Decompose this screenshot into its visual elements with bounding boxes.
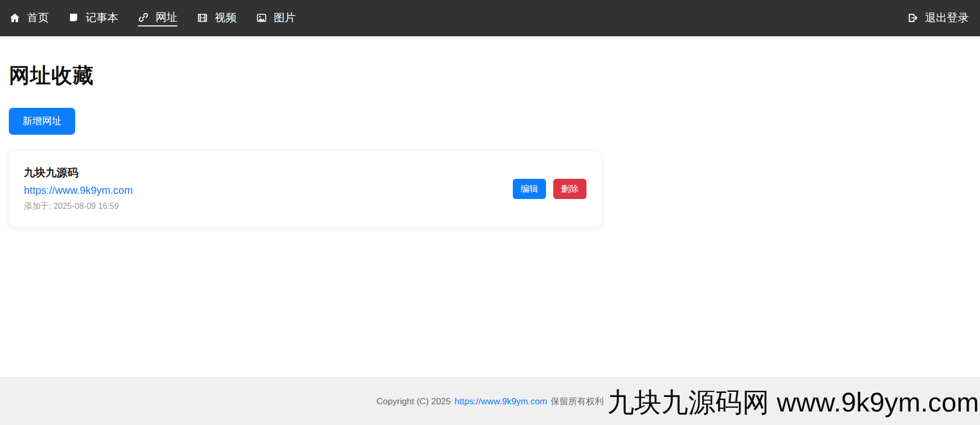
nav-item-home[interactable]: 首页 — [9, 10, 49, 26]
nav-item-videos[interactable]: 视频 — [197, 10, 236, 26]
add-url-button[interactable]: 新增网址 — [9, 108, 75, 135]
rights-text: 保留所有权利 — [551, 395, 604, 407]
nav-item-home-label: 首页 — [27, 10, 49, 25]
nav-item-images[interactable]: 图片 — [256, 10, 296, 26]
nav-item-notepad[interactable]: 记事本 — [68, 10, 118, 26]
nav-item-urls[interactable]: 网址 — [138, 10, 177, 26]
nav-item-videos-label: 视频 — [215, 10, 236, 25]
main-content: 网址收藏 新增网址 九块九源码 https://www.9k9ym.com 添加… — [0, 36, 980, 227]
bookmark-card: 九块九源码 https://www.9k9ym.com 添加于: 2025-08… — [9, 150, 601, 227]
nav-item-images-label: 图片 — [274, 10, 296, 25]
logout-button[interactable]: 退出登录 — [907, 10, 969, 26]
page-title: 网址收藏 — [9, 61, 970, 90]
bookmark-url-link[interactable]: https://www.9k9ym.com — [24, 185, 133, 196]
bookmark-title: 九块九源码 — [24, 165, 133, 180]
logout-icon — [907, 12, 918, 23]
nav-item-notepad-label: 记事本 — [86, 10, 118, 25]
bookmark-added-date: 添加于: 2025-08-09 16:59 — [24, 201, 133, 212]
edit-button[interactable]: 编辑 — [513, 179, 546, 199]
note-icon — [68, 12, 79, 23]
film-icon — [197, 12, 208, 23]
watermark: 九块九源码网 www.9k9ym.com — [607, 385, 979, 421]
nav-item-urls-label: 网址 — [156, 10, 177, 24]
link-icon — [138, 12, 149, 23]
logout-label: 退出登录 — [925, 10, 969, 25]
copyright-text: Copyright (C) 2025 — [376, 396, 451, 407]
navbar-left-group: 首页 记事本 网址 视频 图片 — [9, 10, 315, 26]
top-navbar: 首页 记事本 网址 视频 图片 — [0, 0, 980, 36]
image-icon — [256, 12, 267, 23]
footer-site-link[interactable]: https://www.9k9ym.com — [455, 396, 548, 407]
home-icon — [9, 12, 20, 23]
bookmark-actions: 编辑 删除 — [513, 179, 586, 199]
bookmark-info: 九块九源码 https://www.9k9ym.com 添加于: 2025-08… — [24, 165, 133, 212]
delete-button[interactable]: 删除 — [553, 179, 586, 199]
